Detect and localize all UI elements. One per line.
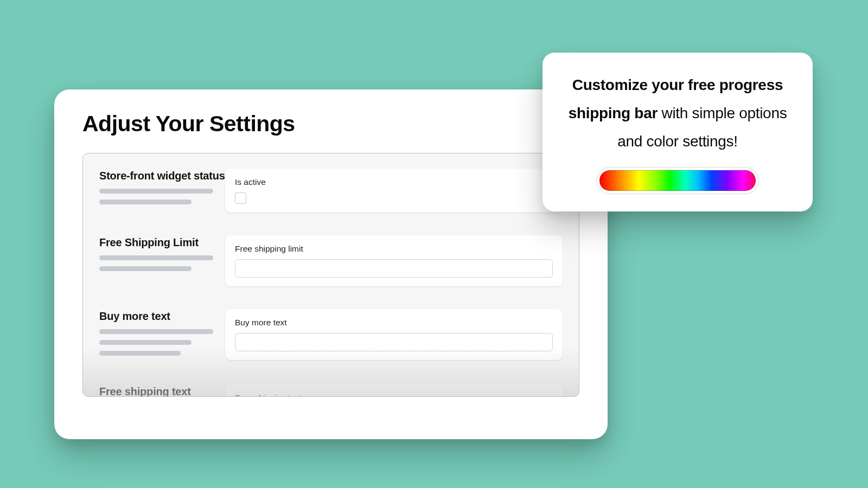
skeleton-line <box>99 340 192 345</box>
is-active-checkbox[interactable] <box>235 192 246 204</box>
setting-label-col: Free Shipping Limit <box>99 235 225 277</box>
skeleton-line <box>99 189 213 194</box>
free-shipping-limit-input[interactable] <box>235 259 553 278</box>
setting-label: Free shipping text <box>99 386 225 397</box>
buy-more-text-input[interactable] <box>235 333 553 351</box>
setting-row: Store-front widget status Is active <box>99 169 563 213</box>
field-label: Free shipping text <box>235 393 553 397</box>
skeleton-line <box>99 329 213 334</box>
skeleton-line <box>99 200 192 204</box>
setting-label: Buy more text <box>99 310 225 323</box>
callout-text: Customize your free progress shipping ba… <box>565 71 790 155</box>
settings-panel: Store-front widget status Is active Free… <box>82 153 579 397</box>
skeleton-line <box>99 266 192 271</box>
color-hue-slider[interactable] <box>599 170 756 191</box>
skeleton-line <box>99 351 181 356</box>
setting-label-col: Buy more text <box>99 309 225 362</box>
setting-row: Free shipping text Free shipping text <box>99 384 563 397</box>
field-label: Buy more text <box>235 318 553 328</box>
field-label: Is active <box>235 177 553 187</box>
setting-label: Free Shipping Limit <box>99 236 225 249</box>
settings-card: Adjust Your Settings Store-front widget … <box>54 89 608 439</box>
page-title: Adjust Your Settings <box>82 111 579 137</box>
field-card: Is active <box>225 169 563 213</box>
skeleton-line <box>99 255 213 260</box>
field-card: Buy more text <box>225 309 563 360</box>
color-slider-container <box>596 167 759 194</box>
setting-row: Free Shipping Limit Free shipping limit <box>99 235 563 286</box>
setting-label-col: Free shipping text <box>99 384 225 397</box>
field-card: Free shipping limit <box>225 235 563 286</box>
setting-label: Store-front widget status <box>99 170 225 182</box>
field-label: Free shipping limit <box>235 244 553 254</box>
callout-card: Customize your free progress shipping ba… <box>542 53 813 211</box>
field-card: Free shipping text <box>225 384 563 397</box>
setting-row: Buy more text Buy more text <box>99 309 563 362</box>
setting-label-col: Store-front widget status <box>99 169 225 210</box>
